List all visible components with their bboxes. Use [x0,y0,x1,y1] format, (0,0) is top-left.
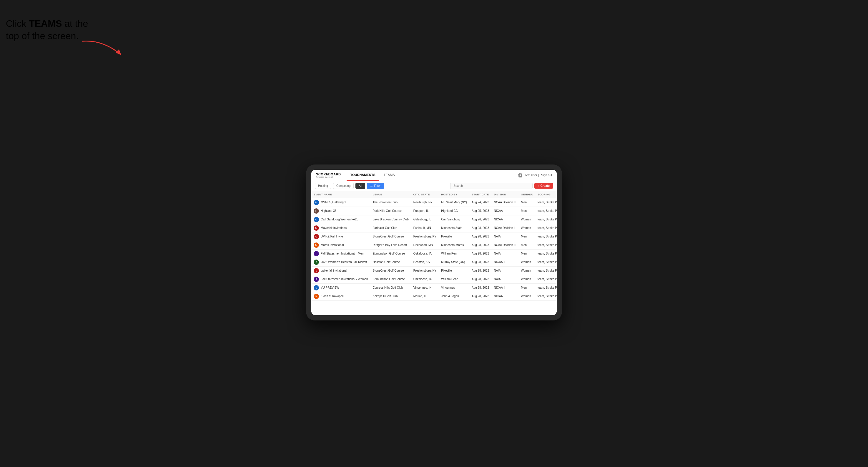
settings-icon[interactable] [518,173,523,178]
cell-start-date: Aug 28, 2023 [469,275,492,283]
cell-hosted-by: William Penn [439,275,469,283]
cell-gender: Men [519,283,535,292]
cell-city-state: Prestonsburg, KY [411,232,439,241]
nav-signout[interactable]: Sign out [541,174,552,177]
event-name-text: MSMC Qualifying 1 [321,201,346,204]
competing-tab[interactable]: Competing [333,183,354,189]
cell-division: NICAA II [491,258,519,266]
cell-venue: Edmundson Golf Course [370,275,411,283]
cell-start-date: Aug 28, 2023 [469,292,492,301]
col-event-name: EVENT NAME [311,191,370,198]
nav-teams[interactable]: TEAMS [380,170,398,181]
cell-scoring: team, Stroke Play [535,275,557,283]
cell-scoring: team, Stroke Play [535,224,557,232]
cell-event-name: F Fall Statesmen Invitational - Women [311,275,370,283]
cell-event-name: U UPIKE Fall Invite [311,232,370,241]
col-hosted-by: HOSTED BY [439,191,469,198]
event-name-text: Morris Invitational [321,243,344,247]
cell-hosted-by: Murray State (OK) [439,258,469,266]
cell-venue: Edmundson Golf Course [370,249,411,258]
event-name-text: Fall Statesmen Invitational - Women [321,278,368,281]
col-city-state: CITY, STATE [411,191,439,198]
nav-tournaments[interactable]: TOURNAMENTS [347,170,379,181]
cell-gender: Women [519,258,535,266]
brand-title: SCOREBOARD [316,173,341,176]
cell-venue: Hesston Golf Course [370,258,411,266]
cell-start-date: Aug 24, 2023 [469,198,492,207]
cell-start-date: Aug 28, 2023 [469,224,492,232]
instruction-bold: TEAMS [29,18,62,29]
filter-button[interactable]: ☰ Filter [367,183,384,189]
instruction-text: Click TEAMS at thetop of the screen. [6,18,88,42]
team-icon: U [314,234,319,239]
table-row: K Klash at Kokopelli Kokopelli Golf Club… [311,292,557,301]
cell-venue: Ruttger's Bay Lake Resort [370,241,411,249]
filter-bar: Hosting Competing All ☰ Filter + Create [311,181,557,191]
cell-hosted-by: Vincennes [439,283,469,292]
table-row: M Morris Invitational Ruttger's Bay Lake… [311,241,557,249]
team-icon: F [314,251,319,256]
col-start-date: START DATE [469,191,492,198]
cell-event-name: C Carl Sandburg Women FA23 [311,215,370,224]
cell-event-name: M Maverick Invitational [311,224,370,232]
cell-scoring: team, Stroke Play [535,198,557,207]
cell-scoring: team, Stroke Play [535,207,557,215]
all-tab[interactable]: All [355,183,365,189]
search-box [450,183,533,189]
tablet-frame: SCOREBOARD Powered by clippit TOURNAMENT… [306,164,562,320]
cell-start-date: Aug 28, 2023 [469,241,492,249]
table-header-row: EVENT NAME VENUE CITY, STATE HOSTED BY S… [311,191,557,198]
svg-marker-0 [116,50,121,55]
col-division: DIVISION [491,191,519,198]
cell-hosted-by: Carl Sandburg [439,215,469,224]
event-name-text: Klash at Kokopelli [321,294,344,298]
cell-event-name: V VU PREVIEW [311,283,370,292]
cell-venue: Cypress Hills Golf Club [370,283,411,292]
cell-city-state: Marion, IL [411,292,439,301]
cell-division: NICAA I [491,292,519,301]
tablet-screen: SCOREBOARD Powered by clippit TOURNAMENT… [311,170,557,315]
cell-city-state: Faribault, MN [411,224,439,232]
nav-links: TOURNAMENTS TEAMS [347,170,398,181]
cell-gender: Women [519,215,535,224]
cell-gender: Men [519,232,535,241]
cell-hosted-by: John A Logan [439,292,469,301]
event-name-text: Fall Statesmen Invitational - Men [321,252,364,255]
team-icon: M [314,243,319,248]
cell-venue: StoneCrest Golf Course [370,266,411,275]
cell-hosted-by: Highland CC [439,207,469,215]
team-icon: u [314,268,319,273]
cell-division: NICAA I [491,207,519,215]
cell-gender: Men [519,241,535,249]
brand-subtitle: Powered by clippit [316,176,341,178]
cell-venue: Kokopelli Golf Club [370,292,411,301]
tournament-table-container: EVENT NAME VENUE CITY, STATE HOSTED BY S… [311,191,557,315]
event-name-text: Maverick Invitational [321,226,347,229]
cell-event-name: 2 2023 Women's Hesston Fall Kickoff [311,258,370,266]
cell-scoring: team, Stroke Play [535,249,557,258]
cell-division: NICAA II [491,283,519,292]
event-name-text: UPIKE Fall Invite [321,235,343,238]
cell-hosted-by: Mt. Saint Mary (NY) [439,198,469,207]
cell-division: NCAA Division III [491,198,519,207]
tournament-table: EVENT NAME VENUE CITY, STATE HOSTED BY S… [311,191,557,301]
cell-gender: Men [519,207,535,215]
search-input[interactable] [450,183,533,189]
cell-start-date: Aug 28, 2023 [469,283,492,292]
create-button[interactable]: + Create [534,183,553,189]
cell-event-name: H Highland 36 [311,207,370,215]
cell-scoring: team, Stroke Play [535,215,557,224]
brand-logo: SCOREBOARD Powered by clippit [316,173,341,178]
team-icon: K [314,294,319,299]
cell-division: NAIA [491,266,519,275]
cell-hosted-by: Pikeville [439,266,469,275]
top-nav: SCOREBOARD Powered by clippit TOURNAMENT… [311,170,557,181]
cell-city-state: Oskaloosa, IA [411,249,439,258]
cell-venue: StoneCrest Golf Course [370,232,411,241]
cell-start-date: Aug 28, 2023 [469,232,492,241]
cell-venue: Lake Bracken Country Club [370,215,411,224]
cell-gender: Women [519,266,535,275]
hosting-tab[interactable]: Hosting [315,183,331,189]
team-icon: F [314,277,319,282]
cell-city-state: Hesston, KS [411,258,439,266]
